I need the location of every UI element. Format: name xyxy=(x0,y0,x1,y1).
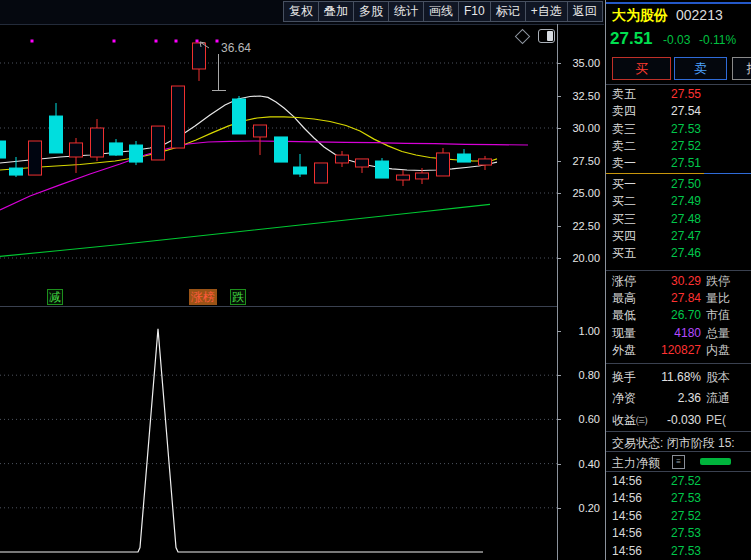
toolbar-button-6[interactable]: F10 xyxy=(458,1,491,22)
buy-level-row[interactable]: 买一27.50 xyxy=(606,176,751,193)
sell-level-row[interactable]: 卖四27.54 xyxy=(606,103,751,120)
candlestick-chart[interactable]: 36.64 xyxy=(0,24,557,306)
stat-row: 最低26.70市值 xyxy=(606,307,751,324)
toolbar-buttons: 复权叠加多股统计画线F10标记+自选返回 xyxy=(284,1,603,22)
stat-row: 最高27.84量比 xyxy=(606,290,751,307)
price-axis-label: 20.00 xyxy=(560,252,600,264)
indicator-subchart[interactable] xyxy=(0,307,557,560)
candle-body xyxy=(130,145,143,162)
quote-label: 买五 xyxy=(612,245,636,262)
list-icon[interactable]: ≡ xyxy=(672,455,685,469)
toolbar-button-1[interactable]: 复权 xyxy=(283,1,319,22)
stats-block-2: 换手11.68%股本净资2.36流通收益㈢-0.030PE( xyxy=(606,367,751,431)
buy-button[interactable]: 买 xyxy=(612,57,671,80)
sell-level-row[interactable]: 卖五27.55 xyxy=(606,86,751,103)
mid-split-left xyxy=(606,173,704,174)
candle-body xyxy=(336,155,349,163)
price-axis-label: 32.50 xyxy=(560,90,600,102)
price-change-percent: -0.11% xyxy=(699,33,736,47)
top-toolbar: 复权叠加多股统计画线F10标记+自选返回 xyxy=(0,0,604,25)
quote-label: 买三 xyxy=(612,211,636,228)
stat-label-2: 量比 xyxy=(706,290,730,307)
candle-body xyxy=(152,126,165,160)
stock-name: 大为股份 xyxy=(612,7,668,25)
stat-label-2: 股本 xyxy=(706,367,730,388)
toolbar-button-7[interactable]: 标记 xyxy=(490,1,526,22)
divider xyxy=(606,270,751,271)
quote-price: 27.51 xyxy=(671,155,701,172)
buy-level-row[interactable]: 买二27.49 xyxy=(606,193,751,210)
buy-level-row[interactable]: 买三27.48 xyxy=(606,211,751,228)
time-sales-row: 14:5627.52 xyxy=(606,473,751,490)
divider xyxy=(606,363,751,364)
candle-body xyxy=(50,116,63,153)
time-sales-row: 14:5627.53 xyxy=(606,490,751,507)
toolbar-button-9[interactable]: 返回 xyxy=(567,1,603,22)
main-flow-bar xyxy=(700,458,731,465)
time-sales-row: 14:5627.52 xyxy=(606,508,751,525)
candle-body xyxy=(437,153,450,176)
toolbar-button-8[interactable]: +自选 xyxy=(525,1,568,22)
buy-level-row[interactable]: 买四27.47 xyxy=(606,228,751,245)
indicator-axis-label: 1.00 xyxy=(560,325,600,337)
quote-label: 外盘 xyxy=(612,342,636,359)
ma-white xyxy=(0,96,497,171)
indicator-line xyxy=(0,329,483,552)
fall-tag[interactable]: 跌 xyxy=(230,289,246,305)
quote-price: 27.52 xyxy=(671,508,701,525)
signal-marker xyxy=(155,40,158,43)
toolbar-button-2[interactable]: 叠加 xyxy=(318,1,354,22)
toolbar-button-5[interactable]: 画线 xyxy=(423,1,459,22)
quote-label: 净资 xyxy=(612,388,636,409)
quote-price: 27.53 xyxy=(671,490,701,507)
quote-price: 11.68% xyxy=(661,367,701,388)
quote-label: 最低 xyxy=(612,307,636,324)
quote-label: 买一 xyxy=(612,176,636,193)
cancel-order-button[interactable]: 撤 xyxy=(732,57,751,80)
toolbar-button-4[interactable]: 统计 xyxy=(388,1,424,22)
stock-code: 002213 xyxy=(676,7,723,23)
stat-row: 换手11.68%股本 xyxy=(606,367,751,388)
signal-marker xyxy=(196,40,199,43)
quote-price: 27.53 xyxy=(671,525,701,542)
indicator-axis-label: 0.80 xyxy=(560,369,600,381)
sell-level-row[interactable]: 卖二27.52 xyxy=(606,138,751,155)
price-change: -0.03 xyxy=(663,33,690,47)
time-sales-row: 14:5627.53 xyxy=(606,525,751,542)
candle-body xyxy=(193,43,206,69)
divider xyxy=(606,431,751,432)
stat-row: 收益㈢-0.030PE( xyxy=(606,410,751,431)
decrease-tag[interactable]: 减 xyxy=(47,289,63,305)
quote-price: 27.84 xyxy=(671,290,701,307)
quote-price: 27.47 xyxy=(671,228,701,245)
signal-marker xyxy=(31,40,34,43)
candle-body xyxy=(397,175,410,180)
quote-label: 涨停 xyxy=(612,273,636,290)
candle-body xyxy=(172,86,185,148)
price-axis-label: 27.50 xyxy=(560,155,600,167)
price-axis: 35.0032.5030.0027.5025.0022.5020.00 xyxy=(557,24,604,306)
gainers-board-tag[interactable]: 涨榜 xyxy=(189,289,217,305)
candle-body xyxy=(91,128,104,157)
quote-label: 换手 xyxy=(612,367,636,388)
quote-label: 现量 xyxy=(612,325,636,342)
sell-levels: 卖五27.55卖四27.54卖三27.53卖二27.52卖一27.51 xyxy=(606,86,751,172)
candle-body xyxy=(376,161,389,178)
toolbar-button-3[interactable]: 多股 xyxy=(353,1,389,22)
indicator-axis-label: 0.40 xyxy=(560,458,600,470)
signal-marker xyxy=(216,40,219,43)
stat-label-2: 流通 xyxy=(706,388,730,409)
quote-price: 4180 xyxy=(674,325,701,342)
sell-button[interactable]: 卖 xyxy=(674,57,727,80)
trading-app: { "toolbar": { "items": ["复权","叠加","多股",… xyxy=(0,0,751,560)
trading-status: 交易状态: 闭市阶段 15: xyxy=(612,435,735,452)
quote-price: 30.29 xyxy=(671,273,701,290)
signal-marker xyxy=(113,40,116,43)
candle-body xyxy=(233,99,246,134)
sell-level-row[interactable]: 卖一27.51 xyxy=(606,155,751,172)
quote-price: 27.48 xyxy=(671,211,701,228)
buy-levels: 买一27.50买二27.49买三27.48买四27.47买五27.46 xyxy=(606,176,751,262)
time-sales-row: 14:5627.53 xyxy=(606,543,751,560)
buy-level-row[interactable]: 买五27.46 xyxy=(606,245,751,262)
sell-level-row[interactable]: 卖三27.53 xyxy=(606,121,751,138)
